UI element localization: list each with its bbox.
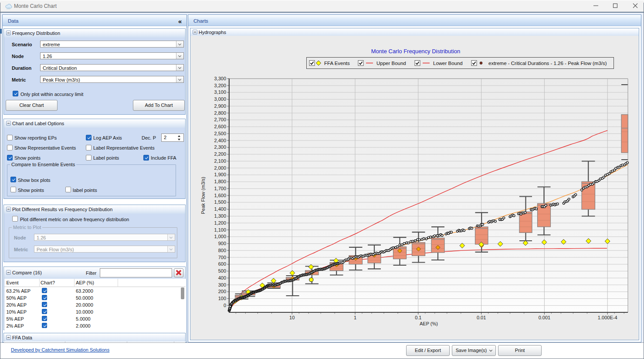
svg-text:2,000: 2,000 — [214, 165, 226, 171]
svg-text:extreme - Critical Durations -: extreme - Critical Durations - 1.26 - Pe… — [488, 61, 607, 66]
svg-text:1,100: 1,100 — [214, 227, 226, 232]
svg-text:3,200: 3,200 — [214, 83, 226, 88]
svg-text:0.01: 0.01 — [477, 315, 486, 320]
svg-text:2,800: 2,800 — [214, 110, 226, 116]
svg-text:3,100: 3,100 — [214, 89, 226, 95]
svg-text:2,700: 2,700 — [214, 117, 226, 122]
svg-text:200: 200 — [218, 289, 226, 294]
svg-text:400: 400 — [218, 275, 226, 280]
svg-text:2,200: 2,200 — [214, 151, 226, 157]
svg-text:800: 800 — [218, 248, 226, 253]
svg-text:1,000: 1,000 — [214, 234, 226, 239]
svg-text:500: 500 — [218, 268, 226, 274]
svg-text:1,200: 1,200 — [214, 220, 226, 226]
svg-text:0.1: 0.1 — [415, 315, 421, 320]
svg-text:1,400: 1,400 — [214, 206, 226, 212]
svg-text:100: 100 — [218, 296, 226, 301]
svg-text:2,900: 2,900 — [214, 103, 226, 109]
svg-text:10: 10 — [289, 315, 295, 320]
svg-text:1,900: 1,900 — [214, 172, 226, 177]
svg-text:900: 900 — [218, 241, 226, 246]
svg-text:1,500: 1,500 — [214, 199, 226, 205]
svg-text:2,300: 2,300 — [214, 144, 226, 150]
svg-text:2,500: 2,500 — [214, 131, 226, 136]
svg-text:Lower Bound: Lower Bound — [433, 61, 463, 66]
svg-text:0: 0 — [224, 303, 226, 308]
svg-text:1.000E-4: 1.000E-4 — [598, 315, 617, 320]
svg-text:2,600: 2,600 — [214, 124, 226, 129]
svg-text:300: 300 — [218, 282, 226, 287]
svg-text:2,400: 2,400 — [214, 138, 226, 143]
svg-text:700: 700 — [218, 255, 226, 260]
svg-text:Monte Carlo Frequency Distribu: Monte Carlo Frequency Distribution — [371, 48, 460, 55]
svg-text:AEP (%): AEP (%) — [420, 321, 438, 326]
svg-text:3,300: 3,300 — [214, 76, 226, 81]
svg-text:Upper Bound: Upper Bound — [376, 61, 406, 66]
svg-text:1,800: 1,800 — [214, 179, 226, 184]
svg-text:2,100: 2,100 — [214, 158, 226, 164]
svg-text:1: 1 — [354, 315, 356, 320]
svg-text:600: 600 — [218, 261, 226, 267]
svg-text:1,700: 1,700 — [214, 186, 226, 191]
svg-text:3,000: 3,000 — [214, 96, 226, 102]
svg-text:Peak Flow (m3/s): Peak Flow (m3/s) — [200, 177, 206, 214]
svg-text:1,300: 1,300 — [214, 213, 226, 219]
svg-text:1,600: 1,600 — [214, 193, 226, 198]
svg-text:FFA Events: FFA Events — [324, 61, 350, 66]
svg-text:0.001: 0.001 — [539, 315, 551, 320]
